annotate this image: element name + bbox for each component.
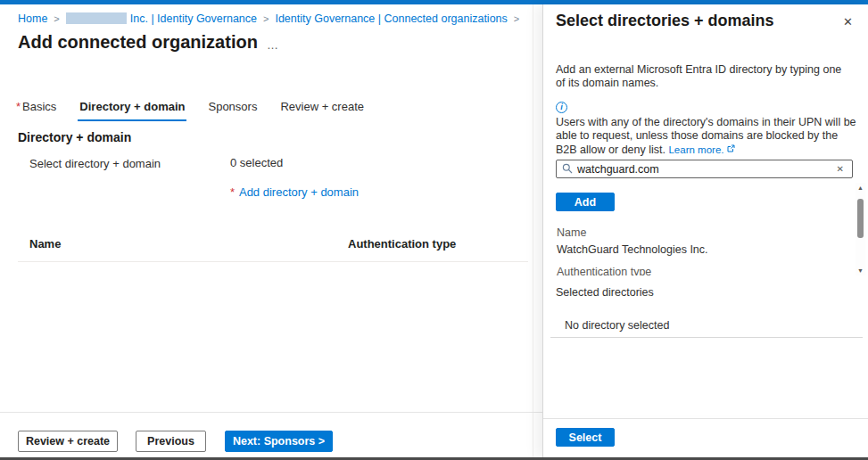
selected-directories-heading: Selected directories bbox=[556, 286, 654, 299]
redacted-tenant-name bbox=[66, 12, 127, 24]
breadcrumb-home[interactable]: Home bbox=[18, 12, 47, 25]
chevron-right-icon: > bbox=[54, 13, 59, 24]
blade-edge-divider bbox=[533, 4, 533, 457]
chevron-right-icon: > bbox=[514, 13, 519, 24]
add-directory-row: * Add directory + domain bbox=[230, 185, 359, 199]
search-icon bbox=[562, 161, 573, 177]
add-button[interactable]: Add bbox=[556, 193, 615, 211]
breadcrumb-connected-organizations[interactable]: Identity Governance | Connected organiza… bbox=[275, 12, 507, 25]
review-create-button[interactable]: Review + create bbox=[18, 431, 118, 452]
external-link-icon bbox=[727, 143, 735, 156]
tab-directory-domain[interactable]: Directory + domain bbox=[78, 97, 186, 121]
section-heading: Directory + domain bbox=[18, 130, 131, 144]
table-header-divider bbox=[18, 261, 528, 262]
add-directory-domain-link[interactable]: Add directory + domain bbox=[239, 185, 359, 199]
tab-basics[interactable]: *Basics bbox=[14, 97, 58, 121]
select-directory-field-label: Select directory + domain bbox=[29, 157, 161, 170]
previous-button[interactable]: Previous bbox=[136, 431, 206, 452]
learn-more-link[interactable]: Learn more. bbox=[668, 144, 723, 155]
breadcrumb: Home>Inc. | Identity Governance>Identity… bbox=[18, 12, 525, 25]
close-icon[interactable]: ✕ bbox=[843, 15, 853, 29]
domain-search-input[interactable] bbox=[577, 163, 834, 176]
tab-review-create-label: Review + create bbox=[280, 100, 364, 113]
pane-description: Add an external Microsoft Entra ID direc… bbox=[556, 63, 854, 90]
required-asterisk: * bbox=[230, 185, 235, 199]
selected-count: 0 selected bbox=[230, 156, 283, 169]
result-name-label: Name bbox=[557, 226, 586, 239]
add-connected-organization-blade: Home>Inc. | Identity Governance>Identity… bbox=[0, 4, 542, 457]
select-directories-domains-pane: Select directories + domains ✕ Add an ex… bbox=[542, 4, 868, 457]
more-actions-icon[interactable]: … bbox=[267, 38, 279, 52]
clear-search-icon[interactable]: ✕ bbox=[834, 162, 847, 176]
pane-footer-divider bbox=[543, 418, 868, 419]
breadcrumb-identity-governance[interactable]: Inc. | Identity Governance bbox=[130, 12, 257, 25]
scroll-up-icon[interactable]: ▲ bbox=[856, 185, 865, 191]
azure-portal-screen: Home>Inc. | Identity Governance>Identity… bbox=[0, 0, 868, 460]
chevron-right-icon: > bbox=[263, 13, 269, 24]
info-icon: i bbox=[556, 102, 567, 113]
tab-basics-label: Basics bbox=[22, 100, 56, 113]
table-column-authentication-type: Authentication type bbox=[348, 237, 456, 251]
pane-title: Select directories + domains bbox=[556, 12, 774, 30]
tab-directory-domain-label: Directory + domain bbox=[79, 100, 185, 113]
directory-result-row[interactable]: WatchGuard Technologies Inc. bbox=[557, 243, 708, 256]
selected-list-divider bbox=[550, 337, 863, 338]
footer-divider bbox=[0, 412, 542, 413]
next-sponsors-button[interactable]: Next: Sponsors > bbox=[225, 431, 333, 452]
select-button[interactable]: Select bbox=[556, 428, 615, 447]
page-title: Add connected organization bbox=[18, 32, 258, 53]
no-directory-selected-text: No directory selected bbox=[565, 319, 669, 332]
tab-sponsors[interactable]: Sponsors bbox=[206, 97, 259, 121]
scrollbar-thumb[interactable] bbox=[857, 199, 864, 238]
directory-results-list: Add Name WatchGuard Technologies Inc. Au… bbox=[556, 183, 841, 275]
tab-sponsors-label: Sponsors bbox=[208, 100, 257, 113]
results-scrollbar: ▲ ▼ bbox=[856, 183, 865, 275]
wizard-tabs: *Basics Directory + domain Sponsors Revi… bbox=[14, 97, 366, 121]
table-column-name: Name bbox=[29, 237, 61, 251]
scroll-down-icon[interactable]: ▼ bbox=[856, 267, 865, 274]
required-asterisk: * bbox=[16, 100, 21, 113]
domain-search-box: ✕ bbox=[556, 160, 853, 178]
upn-note: Users with any of the directory's domain… bbox=[556, 116, 857, 157]
tab-review-create[interactable]: Review + create bbox=[278, 97, 366, 121]
result-authentication-type-label: Authentication type bbox=[557, 266, 651, 275]
